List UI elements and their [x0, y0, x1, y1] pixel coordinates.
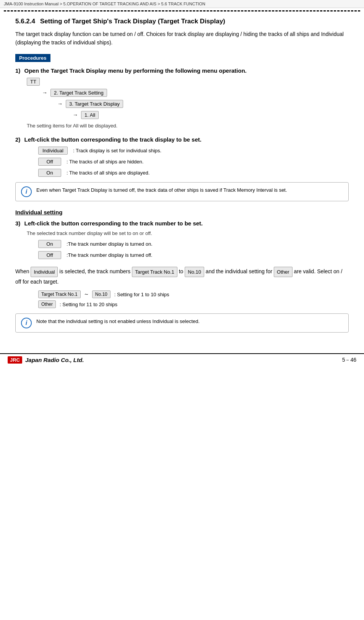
jrc-label: JRC: [8, 356, 22, 364]
procedures-badge: Procedures: [15, 54, 50, 62]
menu-row-tt: TT: [27, 78, 349, 86]
section-heading: Setting of Target Ship's Track Display (…: [40, 18, 225, 25]
no10-label[interactable]: No.10: [92, 290, 110, 298]
step-2-text: Left-click the button corresponding to t…: [24, 136, 202, 143]
step3-on-button[interactable]: On: [38, 240, 61, 248]
other-label[interactable]: Other: [38, 300, 56, 308]
on-button[interactable]: On: [38, 169, 61, 177]
info-icon-2: i: [21, 318, 32, 328]
track-row-2: Other : Setting for 11 to 20 ships: [38, 300, 349, 308]
target-track-setting-button[interactable]: 2. Target Track Setting: [50, 89, 107, 97]
dashed-divider: [4, 10, 360, 11]
inline-text-3: to: [179, 268, 184, 274]
on-row: On : The tracks of all ships are display…: [38, 169, 349, 177]
step-3-num: 3): [15, 220, 20, 227]
step-1-num: 1): [15, 67, 20, 74]
step-3: 3) Left-click the button corresponding t…: [15, 220, 349, 259]
footer: JRC Japan Radio Co., Ltd. 5－46: [0, 353, 364, 366]
footer-logo: JRC Japan Radio Co., Ltd.: [8, 356, 84, 364]
step-1-text: Open the Target Track Display menu by pe…: [24, 67, 247, 74]
tilde-symbol: ～: [84, 291, 89, 298]
footer-company: Japan Radio Co., Ltd.: [25, 357, 84, 363]
step-2: 2) Left-click the button corresponding t…: [15, 136, 349, 201]
step3-off-desc: :The track number display is turned off.: [67, 252, 152, 258]
step-3-subnote: The selected track number display will b…: [27, 230, 349, 236]
inline-individual-button[interactable]: Individual: [31, 267, 58, 277]
inline-text-4: and the individual setting for: [206, 268, 272, 274]
info-text-2: Note that the individual setting is not …: [36, 318, 200, 326]
step-2-num: 2): [15, 136, 20, 143]
individual-desc: : Track display is set for individual sh…: [73, 148, 161, 153]
inline-paragraph: When Individual is selected, the track n…: [15, 267, 349, 287]
step3-off-button[interactable]: Off: [38, 251, 61, 259]
arrow-icon-1: →: [42, 90, 47, 96]
main-content: 5.6.2.4 Setting of Target Ship's Track D…: [0, 14, 364, 346]
footer-page-number: 5－46: [342, 357, 356, 364]
breadcrumb-text: JMA-9100 Instruction Manual > 5.OPERATIO…: [4, 2, 205, 6]
tt-button[interactable]: TT: [27, 78, 40, 86]
step-2-header: 2) Left-click the button corresponding t…: [15, 136, 349, 143]
step-3-header: 3) Left-click the button corresponding t…: [15, 220, 349, 227]
menu-row-target-track-setting: → 2. Target Track Setting: [42, 89, 349, 97]
individual-row: Individual : Track display is set for in…: [38, 147, 349, 155]
info-text-1: Even when Target Track Display is turned…: [36, 186, 287, 194]
track-rows-table: Target Track No.1 ～ No.10 : Setting for …: [38, 290, 349, 308]
inline-text-2: is selected, the track numbers: [59, 268, 130, 274]
button-desc-list: Individual : Track display is set for in…: [38, 147, 349, 177]
step3-on-desc: :The track number display is turned on.: [67, 241, 153, 247]
track-no1-label[interactable]: Target Track No.1: [38, 290, 81, 298]
section-intro: The target track display function can be…: [15, 30, 349, 47]
track-row-1: Target Track No.1 ～ No.10 : Setting for …: [38, 290, 349, 298]
off-button[interactable]: Off: [38, 158, 61, 166]
on-desc: : The tracks of all ships are displayed.: [67, 170, 150, 176]
individual-setting-heading: Individual setting: [15, 209, 349, 215]
all-button[interactable]: 1. All: [81, 111, 99, 119]
arrow-icon-2: →: [57, 101, 63, 107]
inline-no10-button[interactable]: No.10: [185, 267, 204, 277]
menu-flow: TT → 2. Target Track Setting → 3. Target…: [27, 78, 349, 119]
off-row: Off : The tracks of all ships are hidden…: [38, 158, 349, 166]
step-1: 1) Open the Target Track Display menu by…: [15, 67, 349, 129]
info-icon-1: i: [21, 186, 32, 197]
step3-off-row: Off :The track number display is turned …: [38, 251, 349, 259]
individual-button[interactable]: Individual: [38, 147, 68, 155]
step-1-note: The setting items for All will be displa…: [27, 123, 349, 129]
menu-row-all: → 1. All: [73, 111, 349, 119]
inline-other-button[interactable]: Other: [274, 267, 292, 277]
info-box-2: i Note that the individual setting is no…: [15, 313, 349, 333]
menu-row-target-track-display: → 3. Target Track Display: [57, 100, 349, 108]
step3-on-row: On :The track number display is turned o…: [38, 240, 349, 248]
track-row-1-desc: : Setting for 1 to 10 ships: [114, 292, 169, 297]
step-1-header: 1) Open the Target Track Display menu by…: [15, 67, 349, 74]
section-title: 5.6.2.4 Setting of Target Ship's Track D…: [15, 18, 349, 25]
section-number: 5.6.2.4: [15, 18, 35, 25]
inline-text-1: When: [15, 268, 29, 274]
off-desc: : The tracks of all ships are hidden.: [67, 159, 143, 165]
target-track-display-button[interactable]: 3. Target Track Display: [66, 100, 123, 108]
inline-target-button[interactable]: Target Track No.1: [132, 267, 177, 277]
arrow-icon-3: →: [73, 112, 78, 118]
breadcrumb: JMA-9100 Instruction Manual > 5.OPERATIO…: [0, 0, 364, 8]
step3-button-list: On :The track number display is turned o…: [38, 240, 349, 259]
track-row-2-desc: : Setting for 11 to 20 ships: [60, 302, 117, 307]
info-box-1: i Even when Target Track Display is turn…: [15, 182, 349, 201]
step-3-text: Left-click the button corresponding to t…: [24, 220, 203, 227]
